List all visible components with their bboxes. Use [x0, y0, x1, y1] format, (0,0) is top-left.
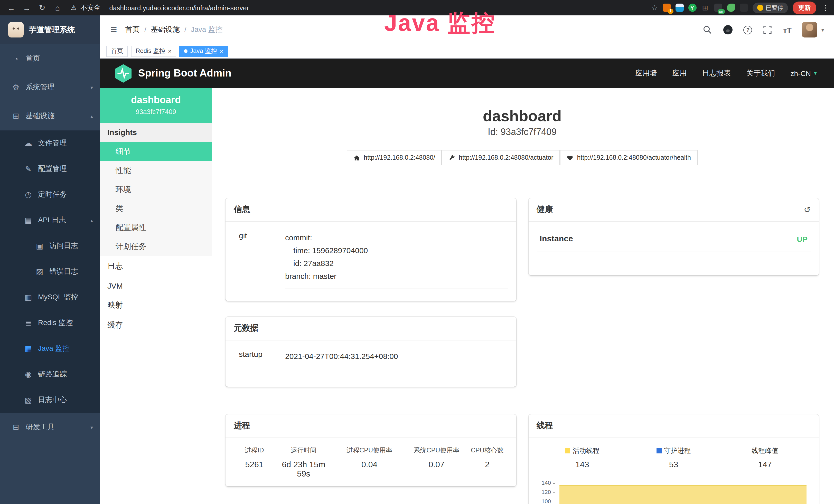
sidebar-item-config-mgmt[interactable]: ✎ 配置管理	[0, 156, 100, 182]
browser-home-icon[interactable]: ⌂	[51, 3, 64, 12]
sidebar-item-mysql-monitor[interactable]: ▥ MySQL 监控	[0, 284, 100, 310]
url-text: dashboard.yudao.iocoder.cn/infra/admin-s…	[109, 4, 249, 12]
sidebar-item-dev-tools[interactable]: ⊟ 研发工具 ▾	[0, 413, 100, 442]
sidebar-item-tracing[interactable]: ◉ 链路追踪	[0, 362, 100, 387]
search-icon[interactable]	[702, 25, 713, 35]
chevron-down-icon: ▾	[90, 85, 93, 90]
infrastructure-icon: ⊞	[11, 111, 21, 121]
browser-update-button[interactable]: 更新	[793, 1, 816, 14]
close-icon[interactable]: ×	[220, 48, 223, 54]
breadcrumb: 首页 / 基础设施 / Java 监控	[125, 25, 223, 35]
sba-brand[interactable]: Spring Boot Admin	[114, 63, 232, 83]
forward-icon[interactable]: →	[21, 3, 33, 12]
fullscreen-icon[interactable]	[763, 25, 773, 35]
sba-menu-details[interactable]: 细节	[100, 142, 212, 161]
history-icon[interactable]: ↺	[804, 205, 811, 215]
extensions-paused-badge[interactable]: 已暂停	[752, 2, 788, 13]
breadcrumb-current: Java 监控	[191, 25, 222, 35]
instance-home-link[interactable]: http://192.168.0.2:48080/	[347, 150, 442, 165]
instance-health-link[interactable]: http://192.168.0.2:48080/actuator/health	[560, 150, 697, 165]
breadcrumb-home[interactable]: 首页	[125, 25, 140, 35]
security-label: 不安全	[81, 3, 101, 12]
clock-icon: ◷	[24, 190, 33, 199]
sba-language-select[interactable]: zh-CN ▾	[791, 69, 817, 77]
sidebar-item-java-monitor[interactable]: ▦ Java 监控	[0, 336, 100, 362]
live-threads-value: 143	[536, 460, 628, 469]
process-col-syscpu: 系统CPU使用率	[407, 446, 467, 455]
extension-icon-grid[interactable]: ⊞	[701, 4, 709, 12]
extension-icon-green-y[interactable]: Y	[688, 4, 696, 12]
sba-menu-classes[interactable]: 类	[100, 199, 212, 218]
process-table-values: 5261 6d 23h 15m 59s 0.04 0.07 2	[234, 460, 508, 479]
gear-icon: ⚙	[11, 83, 21, 92]
sba-nav-about[interactable]: 关于我们	[746, 69, 775, 78]
sidebar-item-system-mgmt[interactable]: ⚙ 系统管理 ▾	[0, 73, 100, 102]
hamburger-icon[interactable]: ≡	[110, 24, 117, 36]
help-icon[interactable]: ?	[744, 25, 752, 34]
bookmark-star-icon[interactable]: ☆	[651, 4, 658, 12]
sidebar-logo[interactable]: 芋道管理系统	[0, 16, 100, 44]
chevron-up-icon: ▴	[90, 217, 93, 223]
github-icon[interactable]	[723, 25, 733, 35]
extension-icon-dark[interactable]	[740, 4, 748, 12]
sba-menu-config-props[interactable]: 配置属性	[100, 218, 212, 237]
eye-icon: ◉	[24, 370, 33, 379]
breadcrumb-separator: /	[144, 26, 147, 34]
back-icon[interactable]: ←	[5, 3, 18, 12]
sba-nav-applications[interactable]: 应用	[673, 69, 687, 78]
instance-header[interactable]: dashboard 93a3fc7f7409	[100, 88, 212, 123]
sba-menu-logs[interactable]: 日志	[100, 256, 212, 276]
tab-home[interactable]: 首页	[106, 45, 128, 57]
close-icon[interactable]: ×	[168, 48, 172, 54]
sidebar-item-infrastructure[interactable]: ⊞ 基础设施 ▴	[0, 102, 100, 131]
sidebar-item-error-logs[interactable]: ▨ 错误日志	[0, 259, 100, 284]
sba-menu-mappings[interactable]: 映射	[100, 295, 212, 315]
breadcrumb-infrastructure[interactable]: 基础设施	[151, 25, 179, 35]
process-col-pid: 进程ID	[234, 446, 275, 455]
tab-java-monitor[interactable]: Java 监控 ×	[179, 45, 228, 57]
sba-menu-scheduled-tasks[interactable]: 计划任务	[100, 237, 212, 256]
reload-icon[interactable]: ↻	[36, 3, 48, 12]
info-key: git	[234, 228, 285, 289]
status-badge: UP	[797, 234, 808, 243]
process-table-header: 进程ID 运行时间 进程CPU使用率 系统CPU使用率 CPU核心数	[234, 444, 508, 455]
legend-daemon-threads: 守护进程 53	[628, 446, 720, 469]
extension-icon-orange[interactable]: 1	[662, 4, 671, 12]
extension-icon-leaf[interactable]	[727, 4, 735, 12]
sidebar-item-file-mgmt[interactable]: ☁ 文件管理	[0, 131, 100, 156]
info-card-title: 信息	[225, 198, 516, 222]
sba-menu-performance[interactable]: 性能	[100, 161, 212, 180]
toolbox-icon: ⊟	[11, 422, 21, 432]
ytick-100: 100	[536, 498, 555, 504]
threads-legend: 活动线程 143 守护进程	[536, 444, 811, 469]
sidebar-item-log-center[interactable]: ▧ 日志中心	[0, 387, 100, 413]
metadata-value: 2021-04-27T00:44:31.254+08:00	[285, 347, 508, 369]
address-bar[interactable]: ⚠ 不安全 dashboard.yudao.iocoder.cn/infra/a…	[71, 3, 648, 12]
legend-blue-swatch	[656, 448, 661, 453]
extension-icon-dark-on[interactable]: on	[714, 4, 722, 12]
sidebar-item-home[interactable]: ◔ 首页	[0, 44, 100, 73]
ytick-140: 140	[536, 480, 555, 486]
metadata-startup-row: startup 2021-04-27T00:44:31.254+08:00	[234, 347, 508, 369]
avatar-caret-icon: ▾	[821, 27, 824, 32]
sidebar-item-redis-monitor[interactable]: ≣ Redis 监控	[0, 310, 100, 336]
sba-nav-wallboard[interactable]: 应用墙	[635, 69, 657, 78]
wrench-icon	[448, 154, 455, 161]
instance-actuator-link[interactable]: http://192.168.0.2:48080/actuator	[442, 150, 560, 165]
browser-menu-icon[interactable]: ⋮	[822, 4, 829, 12]
font-size-icon[interactable]: тT	[783, 25, 792, 34]
admin-header: ≡ 首页 / 基础设施 / Java 监控 ?	[100, 16, 834, 44]
sba-menu-caches[interactable]: 缓存	[100, 315, 212, 335]
sidebar-item-api-logs[interactable]: ▤ API 日志 ▴	[0, 207, 100, 233]
tab-redis-monitor[interactable]: Redis 监控 ×	[131, 45, 176, 57]
sba-nav-journal[interactable]: 日志报表	[702, 69, 731, 78]
sba-header: Spring Boot Admin 应用墙 应用 日志报表 关于我们 zh-CN…	[100, 59, 834, 88]
error-log-icon: ▨	[35, 267, 44, 276]
sidebar-item-scheduled-jobs[interactable]: ◷ 定时任务	[0, 182, 100, 207]
sidebar-item-access-logs[interactable]: ▣ 访问日志	[0, 233, 100, 259]
user-avatar[interactable]	[802, 22, 817, 38]
extension-icon-blue-drop[interactable]	[675, 4, 683, 12]
app-logo-image	[8, 22, 24, 38]
sba-menu-jvm[interactable]: JVM	[100, 276, 212, 295]
sba-menu-environment[interactable]: 环境	[100, 180, 212, 199]
